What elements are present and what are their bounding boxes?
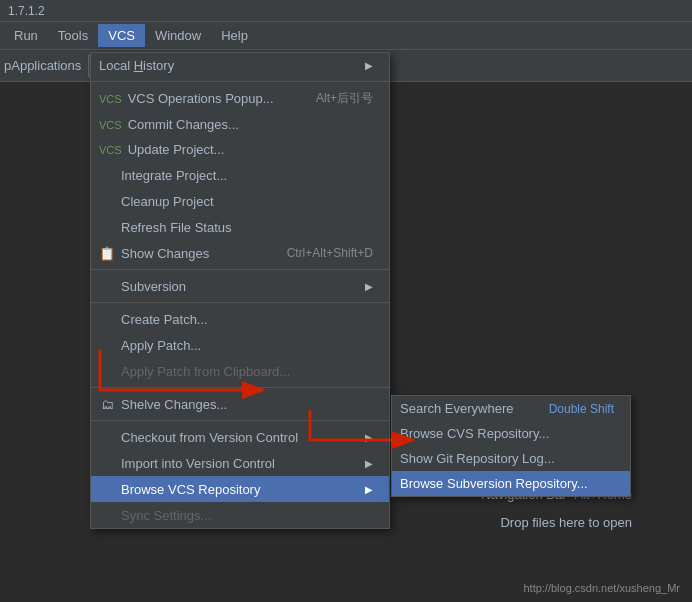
menu-apply-patch[interactable]: Apply Patch... (91, 332, 389, 358)
sep4 (91, 387, 389, 388)
menu-sync-settings: Sync Settings... (91, 502, 389, 528)
checkout-vc-arrow: ▶ (355, 432, 373, 443)
cleanup-project-label: Cleanup Project (121, 194, 214, 209)
menu-update-project[interactable]: VCS Update Project... (91, 137, 389, 162)
sep1 (91, 81, 389, 82)
browse-svn-label: Browse Subversion Repository... (400, 476, 588, 491)
menu-refresh-file-status[interactable]: Refresh File Status (91, 214, 389, 240)
vcs-ops-icon: VCS (99, 93, 122, 105)
menu-help[interactable]: Help (211, 24, 258, 47)
checkout-icon (99, 429, 115, 445)
menu-bar: Run Tools VCS Window Help (0, 22, 692, 50)
vcs-operations-shortcut: Alt+后引号 (286, 90, 373, 107)
vcs-dropdown-menu: Local History ▶ VCS VCS Operations Popup… (90, 52, 390, 529)
refresh-icon (99, 219, 115, 235)
browse-vcs-label: Browse VCS Repository (121, 482, 260, 497)
watermark: http://blog.csdn.net/xusheng_Mr (523, 582, 680, 594)
apply-patch-icon (99, 337, 115, 353)
browse-vcs-submenu: Search Everywhere Double Shift Browse CV… (391, 395, 631, 497)
apply-patch-clipboard-label: Apply Patch from Clipboard... (121, 364, 290, 379)
title-bar: 1.7.1.2 (0, 0, 692, 22)
app-label: pApplications (4, 58, 84, 73)
create-patch-label: Create Patch... (121, 312, 208, 327)
show-git-log-label: Show Git Repository Log... (400, 451, 555, 466)
menu-window[interactable]: Window (145, 24, 211, 47)
sep5 (91, 420, 389, 421)
title-text: 1.7.1.2 (8, 4, 45, 18)
subversion-label: Subversion (121, 279, 186, 294)
submenu-browse-cvs[interactable]: Browse CVS Repository... (392, 421, 630, 446)
shelve-icon: 🗂 (99, 396, 115, 412)
menu-subversion[interactable]: Subversion ▶ (91, 273, 389, 299)
menu-browse-vcs[interactable]: Browse VCS Repository ▶ (91, 476, 389, 502)
shelve-changes-label: Shelve Changes... (121, 397, 227, 412)
create-patch-icon (99, 311, 115, 327)
subversion-arrow: ▶ (355, 281, 373, 292)
browse-vcs-arrow: ▶ (355, 484, 373, 495)
menu-commit-changes[interactable]: VCS Commit Changes... (91, 112, 389, 137)
sep3 (91, 302, 389, 303)
menu-create-patch[interactable]: Create Patch... (91, 306, 389, 332)
cleanup-icon (99, 193, 115, 209)
vcs-operations-label: VCS Operations Popup... (128, 91, 274, 106)
subversion-icon (99, 278, 115, 294)
browse-cvs-label: Browse CVS Repository... (400, 426, 549, 441)
sep2 (91, 269, 389, 270)
menu-integrate-project[interactable]: Integrate Project... (91, 162, 389, 188)
show-changes-shortcut: Ctrl+Alt+Shift+D (257, 246, 373, 260)
import-vc-label: Import into Version Control (121, 456, 275, 471)
menu-apply-patch-clipboard: Apply Patch from Clipboard... (91, 358, 389, 384)
commit-icon: VCS (99, 119, 122, 131)
search-everywhere-shortcut: Double Shift (519, 402, 614, 416)
menu-shelve-changes[interactable]: 🗂 Shelve Changes... (91, 391, 389, 417)
integrate-project-label: Integrate Project... (121, 168, 227, 183)
import-vc-arrow: ▶ (355, 458, 373, 469)
drop-files-label: Drop files here to open (500, 515, 632, 530)
sync-settings-label: Sync Settings... (121, 508, 211, 523)
integrate-icon (99, 167, 115, 183)
sync-icon (99, 507, 115, 523)
update-icon: VCS (99, 144, 122, 156)
show-changes-icon: 📋 (99, 245, 115, 261)
show-changes-label: Show Changes (121, 246, 209, 261)
menu-import-vc[interactable]: Import into Version Control ▶ (91, 450, 389, 476)
checkout-vc-label: Checkout from Version Control (121, 430, 298, 445)
apply-patch-clipboard-icon (99, 363, 115, 379)
menu-show-changes[interactable]: 📋 Show Changes Ctrl+Alt+Shift+D (91, 240, 389, 266)
update-project-label: Update Project... (128, 142, 225, 157)
submenu-browse-svn[interactable]: Browse Subversion Repository... (392, 471, 630, 496)
browse-vcs-icon (99, 481, 115, 497)
menu-vcs[interactable]: VCS (98, 24, 145, 47)
drop-files-hint: Drop files here to open (500, 515, 632, 530)
refresh-file-status-label: Refresh File Status (121, 220, 232, 235)
local-history-label: Local History (99, 58, 174, 73)
commit-changes-label: Commit Changes... (128, 117, 239, 132)
watermark-text: http://blog.csdn.net/xusheng_Mr (523, 582, 680, 594)
menu-local-history[interactable]: Local History ▶ (91, 53, 389, 78)
apply-patch-label: Apply Patch... (121, 338, 201, 353)
search-everywhere-label: Search Everywhere (400, 401, 513, 416)
menu-checkout-vc[interactable]: Checkout from Version Control ▶ (91, 424, 389, 450)
menu-vcs-operations[interactable]: VCS VCS Operations Popup... Alt+后引号 (91, 85, 389, 112)
menu-tools[interactable]: Tools (48, 24, 98, 47)
import-icon (99, 455, 115, 471)
submenu-show-git-log[interactable]: Show Git Repository Log... (392, 446, 630, 471)
menu-run[interactable]: Run (4, 24, 48, 47)
menu-cleanup-project[interactable]: Cleanup Project (91, 188, 389, 214)
submenu-search-everywhere[interactable]: Search Everywhere Double Shift (392, 396, 630, 421)
local-history-arrow: ▶ (355, 60, 373, 71)
